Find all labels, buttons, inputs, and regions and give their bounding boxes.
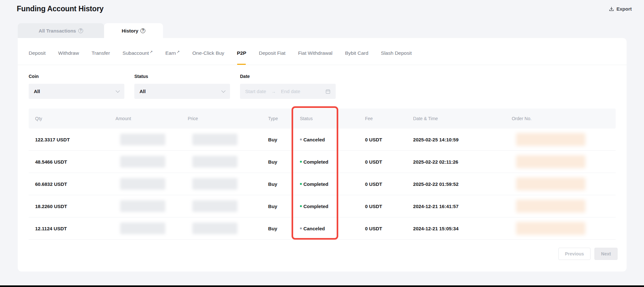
col-header-status: Status [293,109,359,129]
col-header-price: Price [181,109,262,129]
subtab-deposit-fiat[interactable]: Deposit Fiat [259,38,285,65]
type-cell: Buy [262,151,293,173]
qty-cell: 48.5466 USDT [29,151,109,173]
subtab-fiat-withdrawal[interactable]: Fiat Withdrawal [298,38,332,65]
status-select-value: All [139,89,146,94]
calendar-icon[interactable] [325,89,331,94]
price-cell-redacted [181,195,262,217]
topbar: Funding Account History Export [0,0,644,17]
table-header-row: Qty Amount Price Type Status Fee Date & … [29,109,616,129]
arrow-right-icon: → [271,89,276,94]
datetime-cell: 2025-02-22 02:11:26 [407,151,505,173]
redacted-price [192,223,237,234]
subtab-p2p[interactable]: P2P [237,38,246,65]
start-date-placeholder: Start date [245,89,266,94]
redacted-amount [120,223,165,234]
bottom-border [0,285,644,287]
qty-cell: 60.6832 USDT [29,173,109,195]
orderno-cell-redacted [505,195,616,217]
end-date-placeholder: End date [281,89,300,94]
datetime-cell: 2024-12-21 15:05:34 [407,217,505,240]
table-row: 122.3317 USDT Buy Canceled 0 USDT 2025-0… [29,129,616,151]
redacted-price [192,200,237,212]
status-dot [300,227,302,229]
status-dot [300,183,302,185]
col-header-qty: Qty [29,109,109,129]
tab-all-transactions[interactable]: All Transactions ? [18,23,104,38]
orderno-cell-redacted [505,173,616,195]
price-cell-redacted [181,173,262,195]
fee-cell: 0 USDT [359,173,407,195]
previous-button[interactable]: Previous [558,248,591,260]
redacted-price [192,134,237,145]
tab-history[interactable]: History ? [104,23,163,38]
amount-cell-redacted [109,173,181,195]
status-cell: Completed [293,151,359,173]
status-select[interactable]: All [134,84,230,99]
fee-cell: 0 USDT [359,151,407,173]
price-cell-redacted [181,151,262,173]
export-button[interactable]: Export [609,6,632,12]
subtab-earn[interactable]: Earn ↗ [165,38,180,65]
table-row: 18.2260 USDT Buy Completed 0 USDT 2024-1… [29,195,616,217]
redacted-order-no [516,222,585,235]
subtab-one-click-buy[interactable]: One-Click Buy [192,38,224,65]
coin-select[interactable]: All [29,84,124,99]
date-filter-group: Date Start date → End date [240,74,336,99]
qty-cell: 18.2260 USDT [29,195,109,217]
col-header-orderno: Order No. [505,109,616,129]
status-filter-group: Status All [134,74,230,99]
amount-cell-redacted [109,195,181,217]
table-row: 48.5466 USDT Buy Completed 0 USDT 2025-0… [29,151,616,173]
col-header-amount: Amount [109,109,181,129]
datetime-cell: 2025-02-22 01:59:52 [407,173,505,195]
col-header-datetime: Date & Time [407,109,505,129]
qty-cell: 12.1124 USDT [29,217,109,240]
next-button[interactable]: Next [594,248,618,260]
question-circle-icon[interactable]: ? [140,28,145,33]
redacted-price [192,156,237,167]
chevron-down-icon [116,89,120,93]
download-icon [609,6,614,12]
redacted-amount [120,156,165,167]
date-range-input[interactable]: Start date → End date [240,84,336,99]
status-dot [300,161,302,163]
redacted-price [192,178,237,190]
subtab-deposit[interactable]: Deposit [29,38,46,65]
amount-cell-redacted [109,151,181,173]
qty-cell: 122.3317 USDT [29,129,109,151]
fee-cell: 0 USDT [359,195,407,217]
type-cell: Buy [262,129,293,151]
tab-bar: All Transactions ? History ? [18,23,644,38]
orderno-cell-redacted [505,151,616,173]
subtab-withdraw[interactable]: Withdraw [58,38,79,65]
question-circle-icon[interactable]: ? [78,28,83,33]
fee-cell: 0 USDT [359,129,407,151]
coin-filter-label: Coin [29,74,124,79]
table-row: 60.6832 USDT Buy Completed 0 USDT 2025-0… [29,173,616,195]
datetime-cell: 2024-12-21 16:41:57 [407,195,505,217]
type-cell: Buy [262,217,293,240]
status-cell: Completed [293,173,359,195]
redacted-order-no [516,155,585,168]
page-title: Funding Account History [17,5,103,13]
subtab-bybit-card[interactable]: Bybit Card [345,38,368,65]
transactions-table: Qty Amount Price Type Status Fee Date & … [29,109,616,240]
redacted-order-no [516,200,585,213]
status-cell: Canceled [293,129,359,151]
amount-cell-redacted [109,217,181,240]
subtab-slash-deposit[interactable]: Slash Deposit [381,38,412,65]
subtab-subaccount[interactable]: Subaccount ↗ [122,38,153,65]
filter-bar: Coin All Status All Date Start date → En… [18,65,627,99]
redacted-order-no [516,133,585,146]
redacted-amount [120,178,165,190]
chevron-down-icon [221,89,226,93]
datetime-cell: 2025-02-25 14:10:59 [407,129,505,151]
status-cell: Completed [293,195,359,217]
table-row: 12.1124 USDT Buy Canceled 0 USDT 2024-12… [29,217,616,240]
date-filter-label: Date [240,74,336,79]
redacted-amount [120,200,165,212]
coin-filter-group: Coin All [29,74,124,99]
subtab-transfer[interactable]: Transfer [91,38,110,65]
export-label: Export [616,6,632,12]
